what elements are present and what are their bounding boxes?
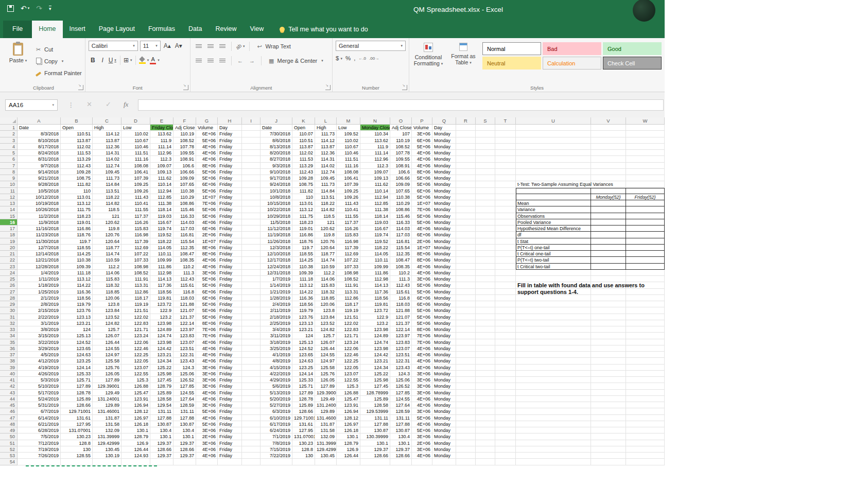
cell-C53[interactable]: 130.19 [93,453,121,459]
cell-U4[interactable] [516,144,591,150]
cell-Q37[interactable]: Monday [432,352,456,358]
cell-W23[interactable] [626,264,665,270]
cell-E17[interactable]: 119.74 [150,226,173,232]
cell-W13[interactable] [626,200,665,206]
cell-W21[interactable] [626,251,665,257]
cell-V19[interactable] [591,238,626,245]
cell-H22[interactable]: Friday [218,257,242,263]
cell-U14[interactable]: Variance [516,206,591,213]
cell-G9[interactable]: 5E+06 [196,175,218,181]
cell-L30[interactable]: 123.8 [315,307,337,314]
borders-button[interactable]: ⊞ [124,55,132,65]
cell-H3[interactable]: Friday [218,137,242,144]
cell-P38[interactable]: 4E+06 [412,358,432,364]
cell-E31[interactable]: 123.2 [150,314,173,320]
cell-P5[interactable]: 4E+06 [412,150,432,156]
cell-T32[interactable] [495,320,516,326]
col-header-M[interactable]: M [337,117,360,125]
cell-T39[interactable] [495,365,516,371]
row-header-9[interactable]: 9 [0,175,18,181]
cell-L26[interactable]: 115.83 [315,282,337,288]
cell-R43[interactable] [456,390,476,396]
cell-I23[interactable] [242,264,261,270]
row-header-29[interactable]: 29 [0,301,18,307]
cell-T17[interactable] [495,226,516,232]
cell-J20[interactable]: 12/3/2018 [261,245,292,251]
cell-S4[interactable] [476,144,495,150]
cell-W9[interactable] [626,175,665,181]
cell-U15[interactable]: Observations [516,213,591,219]
cell-C41[interactable]: 127.89 [93,377,121,383]
cell-A5[interactable]: 8/24/2018 [18,150,61,156]
cell-G28[interactable]: 6E+06 [196,295,218,301]
cell-D33[interactable]: 121.71 [121,326,150,333]
cell-J22[interactable]: 12/17/2018 [261,257,292,263]
cell-B48[interactable]: 127.95 [61,421,93,427]
cell-Q8[interactable]: Monday [432,169,456,175]
cell-P46[interactable]: 3E+06 [412,408,432,414]
cell-Q42[interactable]: Monday [432,383,456,389]
cell-F52[interactable]: 128.66 [173,446,196,453]
cell-D24[interactable]: 108.52 [121,270,150,276]
cell-M7[interactable]: 111.16 [337,163,360,169]
cell-D8[interactable]: 106.41 [121,169,150,175]
cell-V31[interactable] [591,314,626,320]
cell-N39[interactable]: 124.34 [360,365,390,371]
cell-D49[interactable]: 130.1 [121,427,150,433]
cell-S6[interactable] [476,156,495,162]
cell-G52[interactable]: 4E+06 [196,446,218,453]
cell-T36[interactable] [495,345,516,352]
cell-R52[interactable] [456,446,476,453]
cell-L25[interactable]: 114.06 [315,276,337,282]
cell-P23[interactable]: 4E+06 [412,264,432,270]
cell-O7[interactable]: 108.91 [390,163,412,169]
cell-G37[interactable]: 4E+06 [196,352,218,358]
cell-G32[interactable]: 8E+06 [196,320,218,326]
cell-B9[interactable]: 108.75 [61,175,93,181]
cell-C25[interactable]: 115.83 [93,276,121,282]
cell-O19[interactable]: 116.81 [390,238,412,245]
cell-B17[interactable]: 116.86 [61,226,93,232]
cell-W1[interactable] [626,125,665,131]
cell-U17[interactable]: Hypothesized Mean Difference [516,226,591,232]
cell-M44[interactable]: 125.47 [337,396,360,402]
cell-V29[interactable] [591,301,626,307]
cell-T51[interactable] [495,440,516,446]
cell-M17[interactable]: 116.26 [337,226,360,232]
cell-L54[interactable] [315,459,337,465]
cell-K29[interactable]: 118.56 [292,301,315,307]
cell-R14[interactable] [456,206,476,213]
cell-P51[interactable]: 2E+06 [412,440,432,446]
row-header-20[interactable]: 20 [0,245,18,251]
cell-J47[interactable]: 6/10/2019 [261,415,292,421]
cell-D7[interactable]: 108.08 [121,163,150,169]
tab-insert[interactable]: Insert [63,21,92,38]
cell-R34[interactable] [456,333,476,339]
cell-I49[interactable] [242,427,261,433]
row-header-18[interactable]: 18 [0,232,18,238]
cell-J45[interactable]: 5/27/2019 [261,402,292,408]
cell-Q41[interactable]: Monday [432,377,456,383]
row-header-14[interactable]: 14 [0,206,18,213]
cell-F14[interactable]: 115.46 [173,206,196,213]
cell-C50[interactable]: 131.39999 [93,433,121,440]
cell-V5[interactable] [591,150,626,156]
cell-B27[interactable]: 116.36 [61,289,93,295]
cell-W32[interactable] [626,320,665,326]
cell-J27[interactable]: 1/21/2019 [261,289,292,295]
cell-V38[interactable] [591,358,626,364]
cell-W22[interactable] [626,257,665,263]
cell-F5[interactable]: 109.55 [173,150,196,156]
cell-B6[interactable]: 113.29 [61,156,93,162]
cell-B29[interactable]: 119.79 [61,301,93,307]
cell-P27[interactable]: 5E+06 [412,289,432,295]
cell-L2[interactable]: 111.73 [315,131,337,137]
cell-W27[interactable] [626,289,665,295]
cell-P16[interactable]: 5E+06 [412,219,432,226]
row-header-35[interactable]: 35 [0,339,18,345]
cell-Q14[interactable]: Monday [432,206,456,213]
cell-V12[interactable]: Monday(52) [591,194,626,200]
cell-G21[interactable]: 8E+06 [196,251,218,257]
cell-Q28[interactable]: Monday [432,295,456,301]
cell-J31[interactable]: 2/18/2019 [261,314,292,320]
